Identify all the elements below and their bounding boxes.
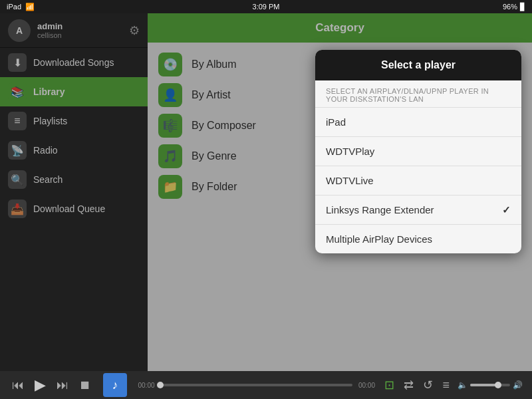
volume-handle[interactable] <box>495 382 501 388</box>
time-total: 00:00 <box>356 382 376 389</box>
player-option-wdtvlive[interactable]: WDTVLive <box>315 166 521 195</box>
avatar: A <box>8 19 31 42</box>
shuffle-button[interactable]: ⇄ <box>401 378 416 392</box>
by-artist-icon: 👤 <box>158 83 182 107</box>
sidebar-item-label: Radio <box>33 145 58 156</box>
status-time: 3:09 PM <box>253 3 280 11</box>
category-label: By Genre <box>192 150 237 162</box>
time-elapsed: 00:00 <box>136 382 156 389</box>
gear-icon[interactable]: ⚙ <box>129 23 140 38</box>
by-album-icon: 💿 <box>158 53 182 76</box>
by-folder-icon: 📁 <box>158 175 182 199</box>
downloaded-icon: ⬇ <box>8 53 27 72</box>
volume-section: 🔈 🔊 <box>458 380 523 390</box>
sidebar-item-label: Downloaded Songs <box>33 57 114 68</box>
sidebar-item-radio[interactable]: 📡 Radio <box>0 136 148 165</box>
radio-icon: 📡 <box>8 141 27 160</box>
modal-title: Select a player <box>381 59 456 70</box>
player-option-linksys[interactable]: Linksys Range Extender ✓ <box>315 195 521 224</box>
category-label: By Artist <box>192 89 231 101</box>
wifi-icon: 📶 <box>25 3 35 11</box>
player-modal: Select a player SELECT AN AIRPLAY/DLNA/U… <box>315 50 521 253</box>
sidebar-item-download-queue[interactable]: 📥 Download Queue <box>0 194 148 223</box>
volume-fill <box>470 384 498 386</box>
sidebar-item-label: Search <box>33 174 63 185</box>
queue-button[interactable]: ≡ <box>440 378 452 392</box>
progress-bar[interactable] <box>160 384 352 386</box>
search-icon: 🔍 <box>8 170 27 189</box>
music-note-icon: ♪ <box>112 378 118 392</box>
player-label: Linksys Range Extender <box>326 204 434 215</box>
modal-header: Select a player <box>315 50 521 80</box>
player-option-ipad[interactable]: iPad <box>315 107 521 136</box>
selected-check-icon: ✓ <box>502 204 511 216</box>
skip-prev-button[interactable]: ⏮ <box>9 378 27 392</box>
category-label: By Folder <box>192 181 237 193</box>
progress-section: 00:00 00:00 <box>136 382 376 389</box>
right-controls: ⊡ ⇄ ↺ ≡ <box>382 378 452 392</box>
avatar-initial: A <box>16 25 23 36</box>
download-queue-icon: 📥 <box>8 200 27 218</box>
volume-high-icon: 🔊 <box>513 380 523 390</box>
library-icon: 📚 <box>8 82 27 101</box>
player-label: WDTVPlay <box>326 146 374 157</box>
category-label: By Composer <box>192 120 256 132</box>
user-info: admin cellison <box>37 21 129 39</box>
user-subtitle: cellison <box>37 31 129 39</box>
album-art: ♪ <box>103 373 127 397</box>
volume-low-icon: 🔈 <box>458 380 467 390</box>
battery-icon: ▊ <box>520 3 525 11</box>
battery-level: 96% <box>503 3 517 11</box>
status-carrier: iPad <box>7 3 21 11</box>
category-label: By Album <box>192 59 237 70</box>
skip-next-button[interactable]: ⏭ <box>54 378 71 392</box>
playlists-icon: ≡ <box>8 112 27 130</box>
progress-handle[interactable] <box>157 382 164 388</box>
play-button[interactable]: ▶ <box>32 376 49 394</box>
category-title: Category <box>315 21 364 35</box>
sidebar-item-downloaded[interactable]: ⬇ Downloaded Songs <box>0 48 148 77</box>
by-composer-icon: 🎼 <box>158 114 182 138</box>
volume-bar[interactable] <box>470 384 510 386</box>
player-label: WDTVLive <box>326 175 374 186</box>
sidebar: A admin cellison ⚙ ⬇ Downloaded Songs 📚 … <box>0 13 148 371</box>
category-header: Category <box>148 13 532 43</box>
status-bar: iPad 📶 3:09 PM 96% ▊ <box>0 0 532 13</box>
player-label: iPad <box>326 116 346 128</box>
player-option-multiple-airplay[interactable]: Multiple AirPlay Devices <box>315 224 521 253</box>
by-genre-icon: 🎵 <box>158 144 182 168</box>
stop-button[interactable]: ⏹ <box>76 378 94 392</box>
player-label: Multiple AirPlay Devices <box>326 233 432 245</box>
username: admin <box>37 21 129 31</box>
sidebar-item-label: Library <box>33 86 65 97</box>
player-bar: ⏮ ▶ ⏭ ⏹ ♪ 00:00 00:00 ⊡ ⇄ ↺ ≡ 🔈 🔊 <box>0 371 532 399</box>
modal-subtitle: SELECT AN AIRPLAY/DLNA/UPNP PLAYER IN YO… <box>315 80 521 107</box>
sidebar-item-label: Playlists <box>33 116 67 126</box>
sidebar-item-label: Download Queue <box>33 203 105 214</box>
user-header: A admin cellison ⚙ <box>0 13 148 48</box>
player-option-wdtvplay[interactable]: WDTVPlay <box>315 136 521 166</box>
repeat-button[interactable]: ↺ <box>420 378 436 392</box>
sidebar-item-playlists[interactable]: ≡ Playlists <box>0 106 148 136</box>
sidebar-item-search[interactable]: 🔍 Search <box>0 165 148 194</box>
sidebar-item-library[interactable]: 📚 Library <box>0 77 148 106</box>
airplay-button[interactable]: ⊡ <box>382 378 397 392</box>
